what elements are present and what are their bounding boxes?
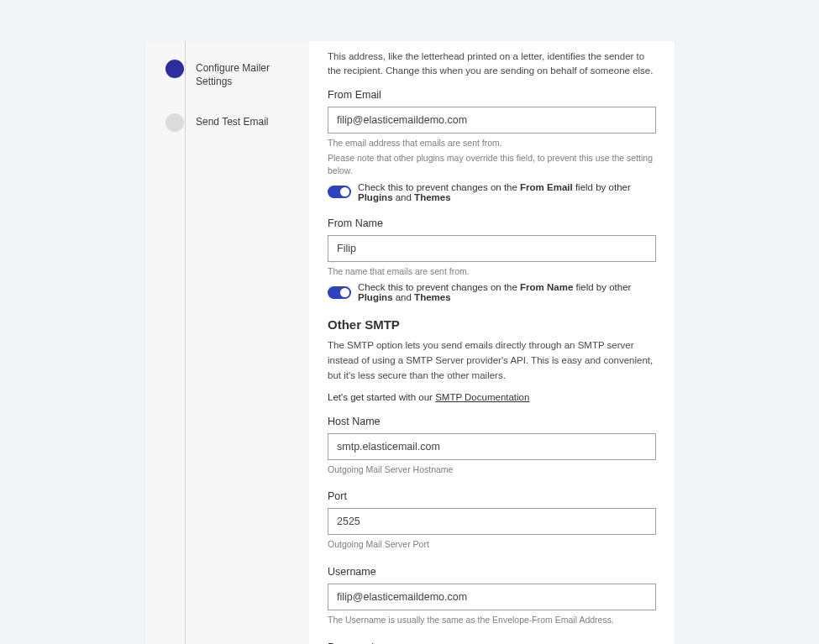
from-email-toggle[interactable] bbox=[328, 186, 351, 198]
username-group: Username The Username is usually the sam… bbox=[328, 566, 656, 626]
from-name-toggle[interactable] bbox=[328, 286, 351, 299]
from-name-help: The name that emails are sent from. bbox=[328, 265, 656, 278]
main-content: This address, like the letterhead printe… bbox=[309, 41, 675, 644]
from-name-toggle-text: Check this to prevent changes on the Fro… bbox=[358, 282, 656, 302]
port-help: Outgoing Mail Server Port bbox=[328, 538, 656, 551]
port-label: Port bbox=[328, 490, 656, 502]
step-circle-active bbox=[165, 60, 184, 78]
other-smtp-desc: The SMTP option lets you send emails dir… bbox=[328, 338, 656, 383]
from-name-input[interactable] bbox=[328, 235, 656, 262]
from-email-label: From Email bbox=[328, 89, 656, 101]
smtp-documentation-link[interactable]: SMTP Documentation bbox=[435, 392, 529, 402]
host-name-input[interactable] bbox=[328, 433, 656, 460]
step-configure-mailer[interactable]: Configure Mailer Settings bbox=[165, 60, 299, 88]
from-email-toggle-row: Check this to prevent changes on the Fro… bbox=[328, 182, 656, 202]
username-label: Username bbox=[328, 566, 656, 578]
step-circle-inactive bbox=[165, 113, 184, 132]
from-email-toggle-text: Check this to prevent changes on the Fro… bbox=[358, 182, 656, 202]
port-input[interactable] bbox=[328, 508, 656, 535]
smtp-doclink-line: Let's get started with our SMTP Document… bbox=[328, 392, 656, 402]
step-label: Configure Mailer Settings bbox=[196, 60, 299, 88]
host-name-label: Host Name bbox=[328, 416, 656, 427]
host-name-group: Host Name Outgoing Mail Server Hostname bbox=[328, 416, 656, 476]
step-label: Send Test Email bbox=[196, 113, 269, 128]
from-name-label: From Name bbox=[328, 217, 656, 229]
username-input[interactable] bbox=[328, 584, 656, 610]
port-group: Port Outgoing Mail Server Port bbox=[328, 490, 656, 551]
from-name-group: From Name The name that emails are sent … bbox=[328, 217, 656, 303]
username-help: The Username is usually the same as the … bbox=[328, 614, 656, 626]
from-email-group: From Email The email address that emails… bbox=[328, 89, 656, 202]
step-send-test-email[interactable]: Send Test Email bbox=[165, 113, 299, 132]
intro-text: This address, like the letterhead printe… bbox=[328, 50, 656, 79]
sidebar: Configure Mailer Settings Send Test Emai… bbox=[145, 41, 309, 644]
host-name-help: Outgoing Mail Server Hostname bbox=[328, 463, 656, 476]
from-name-toggle-row: Check this to prevent changes on the Fro… bbox=[328, 282, 656, 302]
from-email-help2: Please note that other plugins may overr… bbox=[328, 152, 656, 176]
from-email-input[interactable] bbox=[328, 107, 656, 134]
from-email-help1: The email address that emails are sent f… bbox=[328, 137, 656, 149]
other-smtp-title: Other SMTP bbox=[328, 317, 656, 332]
